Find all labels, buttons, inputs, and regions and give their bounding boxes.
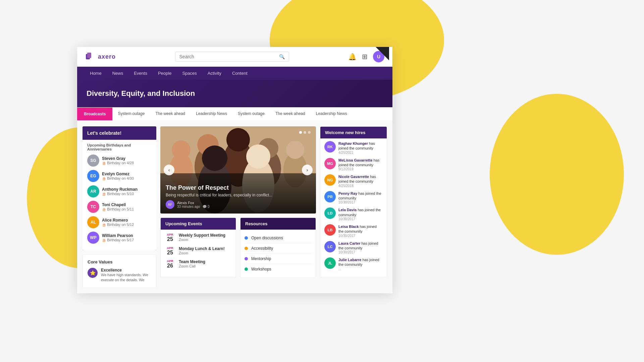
hero-title: Diversity, Equity, and Inclusion xyxy=(87,89,383,98)
birthday-item: AR Anthony Ruckman 🎂 Birthday on 5/10 xyxy=(87,185,152,197)
event-month: APR xyxy=(165,246,175,250)
hire-info: Raghav Khunger has joined the community … xyxy=(338,141,383,155)
nav-item-people[interactable]: People xyxy=(153,67,176,80)
birthday-name: Toni Chapell xyxy=(102,202,152,207)
nav-item-events[interactable]: Events xyxy=(129,67,152,80)
resource-label: Workshops xyxy=(251,267,271,272)
hire-item[interactable]: NG Nicole Gavarrette has joined the comm… xyxy=(324,174,383,188)
birthday-info: Alice Romero 🎂 Birthday on 5/12 xyxy=(102,218,152,227)
main-content: Let's celebrate! Upcoming Birthdays and … xyxy=(77,121,392,293)
hire-item[interactable]: LB Leisa Black has joined the community … xyxy=(324,224,383,238)
broadcasts-bar: BroadcastsSystem outageThe week aheadLea… xyxy=(77,107,392,121)
event-day: 25 xyxy=(165,236,175,242)
tab-5[interactable]: The week ahead xyxy=(270,107,311,121)
nav-item-news[interactable]: News xyxy=(108,67,128,80)
author-avatar: AF xyxy=(166,200,174,209)
nav-item-home[interactable]: Home xyxy=(85,67,106,80)
event-location: Zoom xyxy=(179,251,225,255)
excellence-item: ⭐ Excellence We have high standards. We … xyxy=(88,268,151,283)
nav-item-spaces[interactable]: Spaces xyxy=(177,67,201,80)
cake-icon: 🎂 xyxy=(102,177,106,180)
hire-item[interactable]: MG MeLissa Gavarrette has joined the com… xyxy=(324,158,383,171)
birthday-item: TC Toni Chapell 🎂 Birthday on 5/11 xyxy=(87,201,152,213)
event-month: APR xyxy=(165,233,175,236)
birthday-date: 🎂 Birthday on 4/30 xyxy=(102,176,152,180)
nav-item-activity[interactable]: Activity xyxy=(203,67,226,80)
cake-icon: 🎂 xyxy=(102,161,106,165)
new-hires-card: Welcome new hires RK Raghav Khunger has … xyxy=(320,126,387,277)
event-item[interactable]: APR 25 Monday Lunch & Learn! Zoom xyxy=(165,246,232,256)
add-icon[interactable]: ⊞ xyxy=(362,53,368,61)
hire-name: Nicole Gavarrette has joined the communi… xyxy=(338,174,383,184)
hire-name: Lela Davis has joined the community xyxy=(338,207,383,217)
search-area[interactable]: 🔍 xyxy=(175,52,289,62)
dot-3[interactable] xyxy=(308,131,311,134)
resource-item[interactable]: Mentorship xyxy=(245,254,312,264)
dot-2[interactable] xyxy=(304,131,306,134)
event-day: 26 xyxy=(165,263,175,269)
bottom-row: Upcoming Events APR 25 Weekly Support Me… xyxy=(160,218,316,278)
hero-section: Diversity, Equity, and Inclusion xyxy=(77,80,392,107)
hire-name: Raghav Khunger has joined the community xyxy=(338,141,383,151)
tab-4[interactable]: System outage xyxy=(232,107,270,121)
svg-rect-1 xyxy=(87,53,91,58)
hire-avatar: JL xyxy=(324,257,336,269)
time-ago: 33 minutes ago xyxy=(177,205,200,208)
birthday-date: 🎂 Birthday on 5/12 xyxy=(102,223,152,227)
carousel-description: Being respectful is critical for leaders… xyxy=(166,193,311,197)
resource-item[interactable]: Open discussions xyxy=(245,233,312,243)
carousel-overlay: The Power of Respect Being respectful is… xyxy=(160,174,316,214)
resource-dot xyxy=(245,247,248,250)
birthday-avatar: AL xyxy=(87,216,99,228)
event-info: Weekly Support Meeting Zoom xyxy=(179,233,225,242)
resource-dot xyxy=(245,236,248,240)
carousel-dots xyxy=(299,131,311,134)
resource-label: Mentorship xyxy=(251,256,271,261)
bell-icon[interactable]: 🔔 xyxy=(348,53,357,61)
hire-item[interactable]: PR Penny Ray has joined the community 10… xyxy=(324,191,383,204)
birthday-item: SG Steven Gray 🎂 Birthday on 4/28 xyxy=(87,155,152,167)
birthday-info: Anthony Ruckman 🎂 Birthday on 5/10 xyxy=(102,187,152,196)
birthday-item: WP William Pearson 🎂 Birthday on 5/17 xyxy=(87,232,152,244)
birthday-date: 🎂 Birthday on 5/17 xyxy=(102,238,152,242)
hire-item[interactable]: LD Lela Davis has joined the community 1… xyxy=(324,207,383,221)
core-values-card: Core Values ⭐ Excellence We have high st… xyxy=(83,254,156,288)
birthday-avatar: EG xyxy=(87,170,99,182)
hire-date: 10/30/2017 xyxy=(338,234,383,238)
hire-item[interactable]: JL Julie Labarre has joined the communit… xyxy=(324,257,383,271)
topbar: axero 🔍 🔔 ⊞ U xyxy=(77,47,392,67)
event-item[interactable]: APR 26 Team Meeting Zoom Call xyxy=(165,259,232,269)
tab-6[interactable]: Leadership News xyxy=(311,107,353,121)
hire-date: 10/30/2017 xyxy=(338,217,383,221)
celebrate-card: Let's celebrate! Upcoming Birthdays and … xyxy=(83,126,156,250)
tab-2[interactable]: The week ahead xyxy=(150,107,191,121)
nav-item-content[interactable]: Content xyxy=(227,67,252,80)
search-input[interactable] xyxy=(179,54,276,59)
resource-item[interactable]: Workshops xyxy=(245,264,312,274)
event-date: APR 25 xyxy=(165,233,175,242)
dot-1[interactable] xyxy=(299,131,302,134)
tab-1[interactable]: System outage xyxy=(112,107,150,121)
carousel-next-button[interactable]: › xyxy=(302,165,313,175)
resources-body: Open discussions Accessibility Mentorshi… xyxy=(240,230,316,278)
hire-item[interactable]: LC Laura Carter has joined the community… xyxy=(324,241,383,254)
tab-0[interactable]: Broadcasts xyxy=(77,108,112,120)
hire-avatar: LB xyxy=(324,224,336,236)
hire-info: MeLissa Gavarrette has joined the commun… xyxy=(338,158,383,171)
main-window: axero 🔍 🔔 ⊞ U HomeNewsEventsPeopleSpaces… xyxy=(77,47,392,293)
hire-avatar: PR xyxy=(324,191,336,202)
hire-info: Penny Ray has joined the community 10/30… xyxy=(338,191,383,204)
carousel-prev-button[interactable]: ‹ xyxy=(164,165,174,175)
svg-point-12 xyxy=(286,141,304,159)
hire-date: 10/30/2017 xyxy=(338,200,383,204)
event-item[interactable]: APR 25 Weekly Support Meeting Zoom xyxy=(165,233,232,242)
hire-item[interactable]: RK Raghav Khunger has joined the communi… xyxy=(324,141,383,155)
birthday-info: Evelyn Gomez 🎂 Birthday on 4/30 xyxy=(102,172,152,180)
birthday-item: AL Alice Romero 🎂 Birthday on 5/12 xyxy=(87,216,152,228)
center-content: ‹ › The Power of Respect Being respectfu… xyxy=(160,126,316,288)
hire-avatar: LD xyxy=(324,207,336,219)
birthday-list: SG Steven Gray 🎂 Birthday on 4/28 EG Eve… xyxy=(87,155,152,244)
resource-item[interactable]: Accessibility xyxy=(245,243,312,254)
tab-3[interactable]: Leadership News xyxy=(191,107,232,121)
event-date: APR 25 xyxy=(165,246,175,256)
